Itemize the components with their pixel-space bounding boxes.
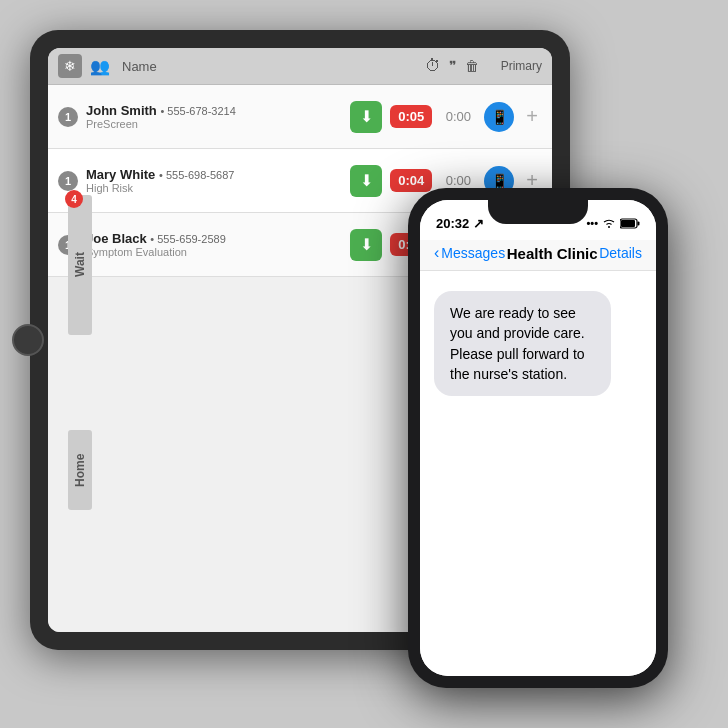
name-column-header: Name xyxy=(122,59,417,74)
primary-column-header: Primary xyxy=(487,59,542,73)
download-button[interactable]: ⬇ xyxy=(350,229,382,261)
download-button[interactable]: ⬇ xyxy=(350,165,382,197)
svg-point-0 xyxy=(608,226,610,228)
svg-rect-3 xyxy=(638,221,640,225)
wait-badge: 1 xyxy=(58,107,78,127)
nav-bar: ‹ Messages Health Clinic Details xyxy=(420,240,656,271)
table-row[interactable]: 1 John Smith • 555-678-3214 PreScreen ⬇ … xyxy=(48,85,552,149)
wifi-icon xyxy=(602,218,616,228)
status-time: 20:32 ↗ xyxy=(436,216,484,231)
status-icons: ••• xyxy=(586,217,640,229)
patient-info: John Smith • 555-678-3214 PreScreen xyxy=(86,103,342,130)
patient-name: John Smith • 555-678-3214 xyxy=(86,103,342,118)
patient-info: Joe Black • 555-659-2589 Symptom Evaluat… xyxy=(86,231,342,258)
people-icon: 👥 xyxy=(90,57,114,76)
patient-status: PreScreen xyxy=(86,118,342,130)
patient-phone: • 555-678-3214 xyxy=(160,105,235,117)
message-bubble: We are ready to see you and provide care… xyxy=(434,291,611,396)
patient-status: High Risk xyxy=(86,182,342,194)
signal-icon: ••• xyxy=(586,217,598,229)
home-tab[interactable]: Home xyxy=(68,430,92,510)
clock-icon: ⏱ xyxy=(425,57,441,75)
iphone-screen: 20:32 ↗ ••• ‹ Messa xyxy=(420,200,656,676)
timer-secondary: 0:00 xyxy=(440,109,476,124)
battery-icon xyxy=(620,218,640,229)
phone-button[interactable]: 📱 xyxy=(484,102,514,132)
patient-name: Mary White • 555-698-5687 xyxy=(86,167,342,182)
iphone-device: 20:32 ↗ ••• ‹ Messa xyxy=(408,188,668,688)
quote-icon: ❞ xyxy=(449,58,457,74)
messages-list: We are ready to see you and provide care… xyxy=(420,271,656,676)
details-button[interactable]: Details xyxy=(599,245,642,261)
patient-name: Joe Black • 555-659-2589 xyxy=(86,231,342,246)
patient-phone: • 555-698-5687 xyxy=(159,169,234,181)
add-button[interactable]: + xyxy=(522,105,542,128)
patient-info: Mary White • 555-698-5687 High Risk xyxy=(86,167,342,194)
chevron-left-icon: ‹ xyxy=(434,244,439,262)
wait-badge: 1 xyxy=(58,171,78,191)
table-header: ❄ 👥 Name ⏱ ❞ 🗑 Primary xyxy=(48,48,552,85)
snowflake-icon: ❄ xyxy=(58,54,82,78)
wait-count-badge: 4 xyxy=(65,190,83,208)
iphone-notch xyxy=(488,200,588,224)
back-label: Messages xyxy=(441,245,505,261)
ipad-home-button[interactable] xyxy=(12,324,44,356)
nav-title: Health Clinic xyxy=(507,245,598,262)
patient-phone: • 555-659-2589 xyxy=(150,233,225,245)
back-button[interactable]: ‹ Messages xyxy=(434,244,505,262)
timer-red: 0:04 xyxy=(390,169,432,192)
svg-rect-2 xyxy=(621,220,635,227)
patient-status: Symptom Evaluation xyxy=(86,246,342,258)
trash-icon: 🗑 xyxy=(465,58,479,74)
wait-tab[interactable]: Wait xyxy=(68,195,92,335)
timer-red: 0:05 xyxy=(390,105,432,128)
download-button[interactable]: ⬇ xyxy=(350,101,382,133)
timer-secondary: 0:00 xyxy=(440,173,476,188)
